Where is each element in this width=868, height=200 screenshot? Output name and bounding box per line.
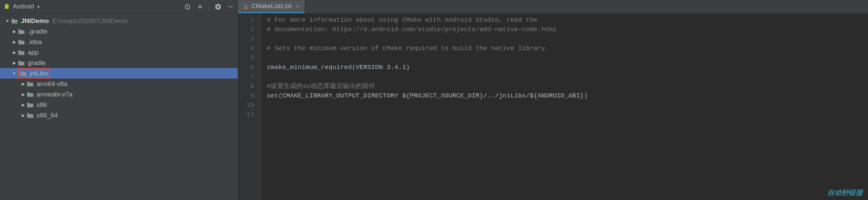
folder-label: jniLibs <box>30 70 48 77</box>
tree-folder[interactable]: ▶ .idea <box>0 37 238 47</box>
line-number: 1 <box>246 15 254 25</box>
editor-tab-cmakelists[interactable]: CMakeLists.txt ✕ <box>238 0 304 13</box>
code-line: set(CMAKE_LIBRARY_OUTPUT_DIRECTORY ${PRO… <box>267 91 862 101</box>
project-sidebar: Android ▼ <box>0 0 238 200</box>
folder-label: x86 <box>37 101 47 109</box>
project-tree: ▼ JNIDemo E:\osapp201807\JNIDemo ▶ .grad… <box>0 14 238 200</box>
project-name: JNIDemo <box>21 17 49 25</box>
svg-point-10 <box>15 21 18 23</box>
folder-icon <box>18 39 25 45</box>
collapse-arrow-icon[interactable]: ▶ <box>20 103 26 107</box>
gear-icon[interactable] <box>214 3 222 10</box>
folder-label: .idea <box>28 38 42 46</box>
line-number: 9 <box>246 91 254 101</box>
folder-label: x86_64 <box>37 112 58 119</box>
expand-arrow-icon[interactable]: ▼ <box>11 71 18 76</box>
code-line: # For more information about using CMake… <box>267 15 862 25</box>
tree-folder[interactable]: ▶ armeabi-v7a <box>0 89 238 99</box>
tab-label: CMakeLists.txt <box>252 3 292 10</box>
tree-folder[interactable]: ▶ x86_64 <box>0 110 238 120</box>
editor-area: CMakeLists.txt ✕ 1 2 3 4 5 6 7 8 9 10 11… <box>238 0 868 200</box>
line-number: 10 <box>246 101 254 110</box>
collapse-arrow-icon[interactable]: ▶ <box>11 50 18 55</box>
svg-point-1 <box>7 4 8 5</box>
folder-icon <box>18 49 25 55</box>
tree-root[interactable]: ▼ JNIDemo E:\osapp201807\JNIDemo <box>0 16 238 26</box>
collapse-arrow-icon[interactable]: ▶ <box>20 92 26 97</box>
folder-icon <box>26 81 34 87</box>
line-number: 7 <box>246 72 254 82</box>
collapse-arrow-icon[interactable]: ▶ <box>11 29 18 34</box>
code-line <box>267 53 862 63</box>
folder-label: .gradle <box>28 28 47 35</box>
folder-label: gradle <box>28 59 46 67</box>
folder-icon <box>26 112 34 118</box>
dropdown-arrow-icon[interactable]: ▼ <box>37 5 40 9</box>
code-line <box>267 34 862 44</box>
folder-icon <box>26 102 34 108</box>
svg-point-0 <box>6 4 6 5</box>
line-number: 6 <box>246 63 254 72</box>
divider <box>209 3 209 10</box>
project-toolbar: Android ▼ <box>0 0 238 14</box>
code-line: # documentation: https://d.android.com/s… <box>267 25 862 34</box>
tree-folder[interactable]: ▶ x86 <box>0 99 238 110</box>
code-content[interactable]: # For more information about using CMake… <box>261 14 868 200</box>
project-path: E:\osapp201807\JNIDemo <box>52 17 128 25</box>
tree-folder[interactable]: ▶ arm64-v8a <box>0 79 238 89</box>
folder-icon <box>20 70 27 76</box>
watermark-text: 自动秒链接 <box>827 188 863 197</box>
collapse-arrow-icon[interactable]: ▶ <box>20 82 26 86</box>
line-number: 2 <box>246 25 254 34</box>
folder-label: app <box>28 49 39 56</box>
close-icon[interactable]: ✕ <box>296 4 300 9</box>
cmake-file-icon <box>243 3 249 9</box>
module-folder-icon <box>11 18 18 24</box>
project-view-title[interactable]: Android <box>13 3 34 10</box>
highlight-box: jniLibs <box>18 68 50 79</box>
expand-arrow-icon[interactable]: ▼ <box>4 19 11 23</box>
svg-point-3 <box>187 6 188 7</box>
target-icon[interactable] <box>184 3 191 10</box>
line-number: 4 <box>246 44 254 53</box>
code-line <box>267 110 862 119</box>
android-icon <box>3 3 10 10</box>
folder-icon <box>26 91 34 97</box>
tree-folder[interactable]: ▶ app <box>0 47 238 58</box>
code-line: # Sets the minimum version of CMake requ… <box>267 44 862 53</box>
folder-label: armeabi-v7a <box>37 91 73 98</box>
minimize-icon[interactable] <box>227 3 234 10</box>
line-number: 8 <box>246 82 254 91</box>
code-line <box>267 101 862 110</box>
tree-folder[interactable]: ▶ gradle <box>0 58 238 68</box>
collapse-arrow-icon[interactable]: ▶ <box>11 40 18 44</box>
line-gutter: 1 2 3 4 5 6 7 8 9 10 11 <box>238 14 261 200</box>
code-line <box>267 72 862 82</box>
code-line: cmake_minimum_required(VERSION 3.4.1) <box>267 63 862 72</box>
tree-folder-jnilibs[interactable]: ▼ jniLibs <box>0 68 238 79</box>
folder-icon <box>18 28 25 35</box>
collapse-arrow-icon[interactable]: ▶ <box>20 113 26 118</box>
code-editor[interactable]: 1 2 3 4 5 6 7 8 9 10 11 # For more infor… <box>238 14 868 200</box>
line-number: 5 <box>246 53 254 63</box>
folder-label: arm64-v8a <box>37 80 67 88</box>
folder-icon <box>18 60 25 66</box>
code-line: #设置生成的so动态库最后输出的路径 <box>267 82 862 91</box>
collapse-icon[interactable] <box>196 3 204 10</box>
collapse-arrow-icon[interactable]: ▶ <box>11 61 18 65</box>
tree-folder[interactable]: ▶ .gradle <box>0 26 238 37</box>
line-number: 3 <box>246 34 254 44</box>
editor-tabs: CMakeLists.txt ✕ <box>238 0 868 14</box>
line-number: 11 <box>246 110 254 119</box>
